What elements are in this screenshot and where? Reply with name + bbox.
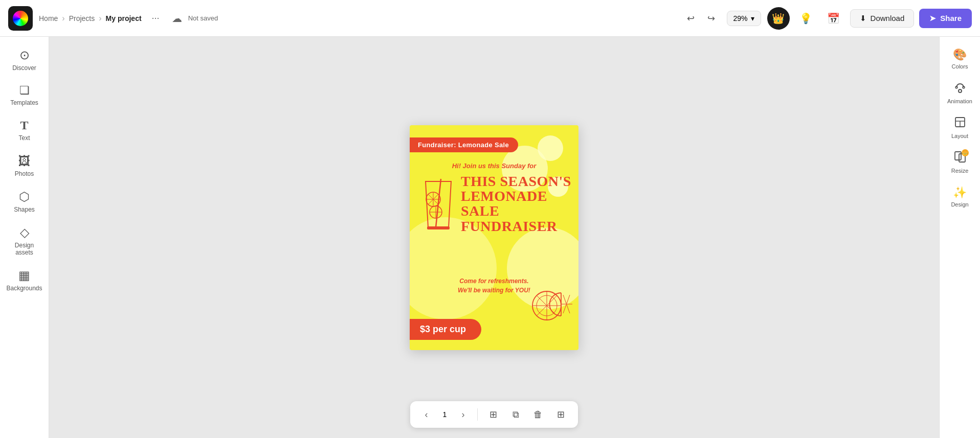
rs-item-animation[interactable]: Animation: [942, 77, 978, 109]
duplicate-page-button[interactable]: ⧉: [506, 405, 525, 424]
poster-come-line1: Come for refreshments.: [410, 276, 578, 286]
backgrounds-icon: ▦: [18, 268, 30, 283]
sidebar-label-design-assets: Design assets: [6, 242, 43, 256]
topbar: Home › Projects › My project ··· ☁ Not s…: [0, 0, 980, 37]
sidebar-item-templates[interactable]: ❏ Templates: [2, 79, 47, 111]
design-assets-icon: ◇: [20, 225, 29, 240]
templates-icon: ❏: [19, 84, 30, 97]
toolbar-divider: [477, 408, 478, 421]
rs-item-design[interactable]: ✨ Design: [942, 181, 978, 213]
rs-label-design: Design: [951, 201, 968, 208]
rs-label-layout: Layout: [951, 133, 968, 139]
sidebar-item-backgrounds[interactable]: ▦ Backgrounds: [2, 263, 47, 297]
undo-button[interactable]: ↩: [682, 9, 700, 28]
page-number: 1: [439, 410, 451, 419]
download-icon: ⬇: [860, 14, 866, 23]
rs-label-colors: Colors: [952, 63, 968, 70]
grid-icon: ⊞: [557, 409, 565, 420]
share-icon: ➤: [929, 14, 936, 23]
resize-icon: 👑: [954, 151, 966, 166]
poster-tag: Fundraiser: Lemonade Sale: [410, 137, 518, 152]
right-sidebar: 🎨 Colors Animation L: [939, 37, 980, 438]
crown-icon: 👑: [772, 12, 785, 25]
design-icon: ✨: [953, 186, 967, 199]
prev-page-button[interactable]: ‹: [418, 406, 435, 423]
app-logo[interactable]: [8, 6, 33, 31]
sidebar-label-shapes: Shapes: [14, 206, 35, 213]
sidebar-item-discover[interactable]: ⊙ Discover: [2, 43, 47, 77]
breadcrumb-home[interactable]: Home: [39, 14, 58, 22]
calendar-icon: 📅: [827, 12, 840, 25]
rs-label-resize: Resize: [951, 168, 969, 174]
rs-item-colors[interactable]: 🎨 Colors: [942, 43, 978, 75]
download-button[interactable]: ⬇ Download: [850, 9, 915, 28]
topbar-right: 👑 💡 📅 ⬇ Download ➤ Share: [767, 7, 972, 30]
zoom-button[interactable]: 29% ▾: [727, 11, 761, 26]
cloud-icon: ☁: [172, 12, 182, 25]
discover-icon: ⊙: [19, 48, 30, 62]
download-label: Download: [871, 14, 905, 22]
breadcrumb-sep1: ›: [62, 14, 64, 23]
svg-rect-26: [955, 152, 961, 160]
bg-circle-2: [538, 135, 563, 161]
poster[interactable]: Fundraiser: Lemonade Sale Hi! Join us th…: [410, 125, 578, 350]
animation-icon: [954, 82, 966, 96]
zoom-chevron-icon: ▾: [751, 14, 754, 22]
more-options-button[interactable]: ···: [148, 11, 164, 26]
svg-point-20: [959, 89, 962, 93]
sidebar-label-photos: Photos: [15, 170, 34, 177]
add-page-button[interactable]: ⊞: [484, 405, 502, 424]
add-page-icon: ⊞: [489, 409, 497, 420]
sidebar-label-discover: Discover: [12, 64, 36, 72]
zoom-level: 29%: [733, 14, 748, 22]
save-status: Not saved: [188, 14, 218, 22]
redo-button[interactable]: ↪: [702, 9, 721, 28]
lightbulb-icon: 💡: [799, 12, 812, 25]
main-area: ⊙ Discover ❏ Templates T Text 🖼 Photos ⬡…: [0, 37, 980, 438]
poster-oranges: [531, 288, 572, 324]
sidebar-item-text[interactable]: T Text: [2, 113, 47, 147]
poster-subtitle: Hi! Join us this Sunday for: [410, 162, 578, 170]
canvas-area[interactable]: Fundraiser: Lemonade Sale Hi! Join us th…: [49, 37, 939, 438]
share-label: Share: [940, 14, 962, 22]
undo-redo-group: ↩ ↪: [682, 9, 721, 28]
breadcrumb-projects[interactable]: Projects: [69, 14, 95, 22]
crown-button[interactable]: 👑: [767, 7, 790, 30]
breadcrumb: Home › Projects › My project: [39, 14, 142, 23]
sidebar-item-photos[interactable]: 🖼 Photos: [2, 149, 47, 182]
next-page-button[interactable]: ›: [455, 406, 471, 423]
delete-page-button[interactable]: 🗑: [529, 405, 547, 424]
poster-glass: [418, 176, 464, 243]
poster-big-text: THIS SEASON'S LEMONADE SALE FUNDRAISER: [461, 174, 573, 234]
sidebar-label-backgrounds: Backgrounds: [6, 285, 42, 292]
sidebar-item-design-assets[interactable]: ◇ Design assets: [2, 220, 47, 261]
trash-icon: 🗑: [533, 409, 543, 420]
rs-item-resize[interactable]: 👑 Resize: [942, 146, 978, 179]
svg-rect-9: [427, 226, 450, 229]
svg-line-0: [436, 179, 441, 227]
share-button[interactable]: ➤ Share: [919, 9, 972, 28]
colors-icon: 🎨: [953, 48, 967, 61]
shapes-icon: ⬡: [19, 190, 30, 204]
bottom-toolbar: ‹ 1 › ⊞ ⧉ 🗑 ⊞: [410, 401, 578, 428]
photos-icon: 🖼: [18, 154, 31, 168]
duplicate-icon: ⧉: [513, 409, 519, 420]
idea-button[interactable]: 💡: [795, 7, 817, 30]
grid-view-button[interactable]: ⊞: [551, 405, 570, 424]
rs-label-animation: Animation: [947, 98, 972, 104]
sidebar-item-shapes[interactable]: ⬡ Shapes: [2, 185, 47, 218]
sidebar-label-templates: Templates: [10, 99, 38, 106]
left-sidebar: ⊙ Discover ❏ Templates T Text 🖼 Photos ⬡…: [0, 37, 49, 438]
breadcrumb-current: My project: [106, 14, 142, 22]
text-icon: T: [20, 119, 28, 132]
resize-crown-badge: 👑: [962, 149, 969, 156]
calendar-button[interactable]: 📅: [822, 7, 845, 30]
sidebar-label-text: Text: [18, 134, 30, 142]
breadcrumb-sep2: ›: [99, 14, 101, 23]
poster-price: $3 per cup: [410, 319, 481, 340]
rs-item-layout[interactable]: Layout: [942, 111, 978, 144]
layout-icon: [954, 117, 966, 131]
poster-wrapper[interactable]: Fundraiser: Lemonade Sale Hi! Join us th…: [410, 125, 578, 350]
